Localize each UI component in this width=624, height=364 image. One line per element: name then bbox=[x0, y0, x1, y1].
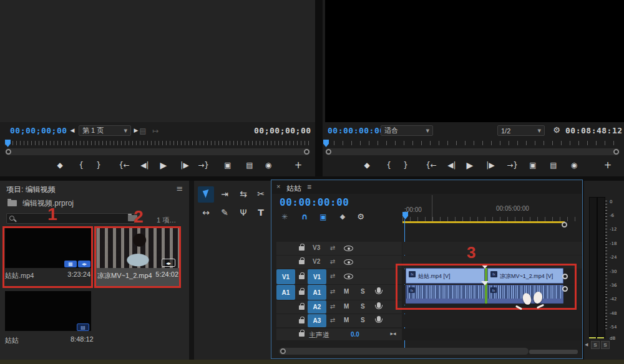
project-item-3[interactable]: ▤ 姑姑 8:48:12 bbox=[3, 290, 93, 350]
track-target-a1[interactable]: A1 bbox=[308, 285, 326, 300]
lock-icon[interactable] bbox=[299, 305, 305, 310]
lock-icon[interactable] bbox=[299, 332, 305, 337]
add-button-icon[interactable]: + bbox=[603, 160, 613, 171]
mark-out-icon[interactable]: } bbox=[401, 161, 411, 170]
track-label-v3[interactable]: V3 bbox=[313, 244, 320, 251]
extract-icon[interactable]: ▤ bbox=[548, 161, 558, 170]
export-settings-icon[interactable]: ▤ bbox=[139, 127, 147, 135]
panel-menu-icon[interactable]: ≡ bbox=[307, 183, 311, 191]
sync-lock-icon[interactable]: ⇄ bbox=[328, 288, 337, 295]
panel-divider[interactable] bbox=[189, 181, 194, 360]
mark-out-icon[interactable]: } bbox=[94, 161, 104, 170]
nest-toggle-icon[interactable]: ✳ bbox=[280, 213, 290, 221]
lock-icon[interactable] bbox=[299, 319, 305, 323]
solo-button[interactable]: S bbox=[361, 288, 365, 295]
wrench-icon[interactable]: ⚙ bbox=[552, 125, 562, 135]
add-marker-icon[interactable]: ◆ bbox=[362, 161, 372, 170]
go-to-in-icon[interactable]: {← bbox=[119, 161, 130, 170]
lift-icon[interactable]: ▣ bbox=[528, 161, 538, 170]
search-input[interactable] bbox=[6, 213, 135, 224]
track-lane-a3[interactable] bbox=[402, 314, 582, 327]
source-zoom-scrollbar[interactable] bbox=[5, 148, 310, 155]
panel-menu-icon[interactable]: ≡ bbox=[175, 184, 184, 193]
program-zoom-scrollbar[interactable] bbox=[325, 148, 620, 155]
solo-right-button[interactable]: S bbox=[601, 341, 610, 349]
mark-in-icon[interactable]: { bbox=[384, 161, 394, 170]
program-mini-ruler[interactable] bbox=[325, 141, 620, 145]
hand-tool[interactable]: Ψ bbox=[235, 208, 251, 218]
source-mini-ruler[interactable] bbox=[5, 141, 310, 145]
program-zoom-handle-left[interactable] bbox=[326, 149, 331, 155]
track-lane-master[interactable] bbox=[402, 328, 582, 340]
play-icon[interactable]: ▶ bbox=[158, 160, 168, 170]
razor-tool[interactable]: ✂ bbox=[253, 189, 269, 199]
linked-selection-icon[interactable]: ▣ bbox=[318, 213, 328, 221]
mic-icon[interactable] bbox=[377, 302, 381, 308]
mic-icon[interactable] bbox=[377, 287, 381, 293]
eye-icon[interactable] bbox=[344, 259, 353, 265]
timeline-scrollbar[interactable] bbox=[279, 348, 529, 355]
timeline-settings-wrench-icon[interactable]: ⚙ bbox=[356, 212, 366, 221]
export-frame-icon[interactable]: ◉ bbox=[569, 161, 579, 170]
program-timecode[interactable]: 00:00:00:00 bbox=[328, 126, 385, 135]
page-select[interactable]: 第 1 页 ▾ bbox=[79, 125, 131, 136]
type-tool[interactable]: T bbox=[253, 208, 269, 218]
master-level-value[interactable]: 0.0 bbox=[351, 331, 359, 338]
close-icon[interactable]: × bbox=[276, 183, 280, 190]
overwrite-icon[interactable]: ▤ bbox=[245, 161, 255, 170]
pen-tool[interactable]: ✎ bbox=[217, 208, 233, 218]
solo-left-button[interactable]: S bbox=[591, 341, 600, 349]
solo-button[interactable]: S bbox=[361, 317, 365, 323]
mic-icon[interactable] bbox=[377, 316, 381, 322]
solo-button[interactable]: S bbox=[361, 303, 365, 310]
work-area-handle[interactable] bbox=[562, 222, 567, 228]
drag-media-icon[interactable]: ↦ bbox=[151, 127, 160, 135]
sync-lock-icon[interactable]: ⇄ bbox=[328, 303, 337, 310]
add-marker-icon[interactable]: ◆ bbox=[55, 161, 65, 170]
track-target-a2[interactable]: A2 bbox=[308, 300, 326, 314]
timeline-tab-label[interactable]: 姑姑 bbox=[286, 183, 301, 194]
go-to-out-icon[interactable]: →} bbox=[198, 161, 209, 170]
go-to-out-icon[interactable]: →} bbox=[507, 161, 518, 170]
lock-icon[interactable] bbox=[299, 275, 305, 279]
eye-icon[interactable] bbox=[344, 274, 353, 279]
track-lane-v3[interactable] bbox=[402, 242, 582, 255]
insert-icon[interactable]: ▣ bbox=[223, 161, 233, 170]
sync-lock-icon[interactable]: ⇄ bbox=[328, 317, 337, 323]
fit-sequence-icon[interactable]: ▸◂ bbox=[388, 330, 398, 337]
prev-page-icon[interactable]: ◀ bbox=[69, 127, 76, 133]
add-button-icon[interactable]: + bbox=[293, 160, 303, 171]
snap-magnet-icon[interactable]: ∩ bbox=[300, 212, 310, 221]
mute-button[interactable]: M bbox=[344, 303, 349, 310]
lock-icon[interactable] bbox=[299, 246, 305, 251]
source-zoom-handle-left[interactable] bbox=[6, 149, 11, 155]
slip-tool[interactable]: ↔ bbox=[198, 208, 214, 218]
add-marker-icon[interactable]: ◆ bbox=[338, 213, 348, 221]
source-patch-a1[interactable]: A1 bbox=[276, 285, 295, 300]
mark-in-icon[interactable]: { bbox=[76, 161, 86, 170]
sync-lock-icon[interactable]: ⇄ bbox=[328, 244, 337, 251]
step-back-icon[interactable]: ◀| bbox=[446, 161, 457, 170]
sync-lock-icon[interactable]: ⇄ bbox=[328, 258, 337, 265]
lock-icon[interactable] bbox=[299, 260, 305, 264]
resolution-select[interactable]: 1/2 ▾ bbox=[497, 125, 545, 136]
sync-lock-icon[interactable]: ⇄ bbox=[328, 272, 337, 279]
timeline-scrollbar-segment[interactable] bbox=[529, 350, 578, 354]
go-to-in-icon[interactable]: {← bbox=[426, 161, 437, 170]
source-zoom-handle-right[interactable] bbox=[304, 149, 310, 155]
timeline-scrollbar-handle-left[interactable] bbox=[280, 348, 286, 354]
item-name[interactable]: 姑姑 bbox=[5, 336, 19, 345]
track-select-tool[interactable]: ⇥ bbox=[217, 189, 233, 199]
source-patch-v1[interactable]: V1 bbox=[276, 269, 295, 284]
step-forward-icon[interactable]: |▶ bbox=[179, 161, 190, 170]
master-track-label[interactable]: 主声道 bbox=[309, 330, 329, 340]
lock-icon[interactable] bbox=[299, 290, 305, 295]
timeline-ruler-ticks[interactable] bbox=[402, 217, 582, 221]
vertical-divider[interactable] bbox=[315, 0, 323, 176]
selection-tool[interactable] bbox=[198, 186, 214, 203]
source-timecode[interactable]: 00;00;00;00 bbox=[10, 126, 67, 135]
track-target-v1[interactable]: V1 bbox=[308, 269, 326, 284]
mute-button[interactable]: M bbox=[344, 288, 349, 295]
export-frame-icon[interactable]: ◉ bbox=[263, 161, 273, 170]
ripple-edit-tool[interactable]: ⇆ bbox=[235, 189, 251, 199]
